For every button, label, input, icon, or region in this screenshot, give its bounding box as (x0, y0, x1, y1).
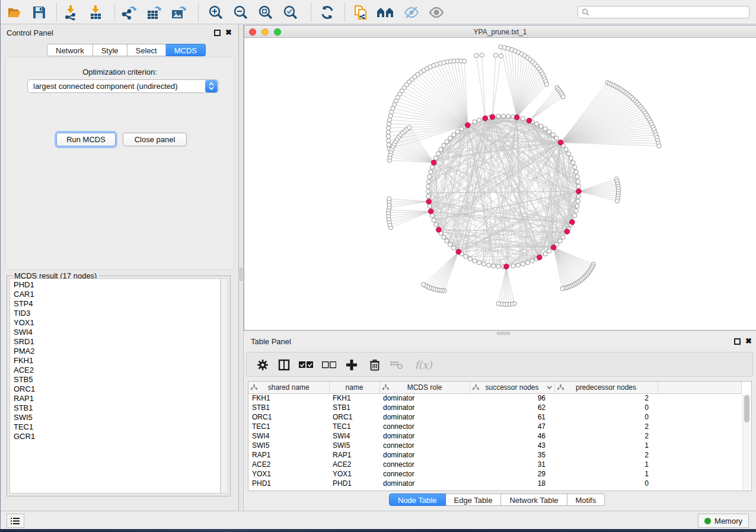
table-row[interactable]: SWI5SWI5connector431 (248, 441, 742, 450)
table-row[interactable]: YOX1YOX1connector291 (248, 469, 742, 479)
table-cell[interactable]: SWI5 (329, 441, 379, 450)
table-cell[interactable]: dominator (379, 403, 470, 412)
select-all-button[interactable] (297, 356, 315, 374)
column-header-mcds-role[interactable]: MCDS role (379, 382, 470, 393)
delete-row-button[interactable] (366, 356, 384, 374)
table-scrollbar-thumb[interactable] (744, 395, 749, 422)
table-cell[interactable]: 47 (470, 422, 554, 431)
table-cell[interactable]: SWI4 (248, 431, 329, 441)
table-cell[interactable]: 18 (470, 479, 554, 488)
tab-edge-table[interactable]: Edge Table (446, 493, 502, 506)
vertical-splitter[interactable] (239, 24, 244, 511)
table-row[interactable]: PHD1PHD1dominator180 (248, 479, 742, 488)
mcds-result-item[interactable]: TID3 (14, 309, 220, 318)
table-cell[interactable]: SWI5 (248, 441, 329, 450)
mcds-result-item[interactable]: GCR1 (14, 432, 220, 441)
table-cell[interactable]: 61 (470, 412, 554, 422)
add-row-button[interactable] (343, 356, 361, 374)
table-cell[interactable]: 2 (554, 431, 658, 441)
close-panel-button[interactable]: ✖ (225, 28, 232, 37)
table-cell[interactable]: dominator (379, 450, 470, 460)
mcds-result-scrollbar[interactable] (221, 278, 228, 493)
tab-motifs[interactable]: Motifs (567, 493, 605, 506)
mcds-result-item[interactable]: PHD1 (14, 280, 220, 290)
panels-menu-button[interactable] (7, 514, 24, 528)
tab-select[interactable]: Select (127, 44, 166, 56)
mcds-result-item[interactable]: SWI4 (14, 328, 220, 337)
table-row[interactable]: SWI4SWI4dominator462 (248, 431, 742, 441)
hide-selected-button[interactable] (403, 4, 420, 21)
table-row[interactable]: FKH1FKH1dominator962 (248, 393, 742, 403)
table-cell[interactable]: ACE2 (329, 460, 379, 469)
mcds-result-item[interactable]: STB1 (14, 403, 220, 413)
table-cell[interactable]: 43 (470, 441, 554, 450)
table-cell[interactable]: 1 (554, 469, 658, 479)
mcds-result-item[interactable]: TEC1 (14, 422, 220, 432)
table-cell[interactable]: PHD1 (329, 479, 379, 488)
table-cell[interactable]: PHD1 (248, 479, 329, 488)
save-session-button[interactable] (30, 4, 48, 21)
mcds-result-item[interactable]: PMA2 (14, 347, 220, 356)
tab-node-table[interactable]: Node Table (389, 493, 446, 506)
mcds-result-item[interactable]: ORC1 (14, 384, 220, 394)
table-cell[interactable]: RAP1 (248, 450, 329, 460)
run-mcds-button[interactable]: Run MCDS (56, 133, 116, 146)
column-header-name[interactable]: name (329, 382, 379, 393)
search-input[interactable] (592, 8, 745, 17)
import-network-button[interactable] (62, 4, 80, 21)
mcds-result-item[interactable]: STP4 (14, 299, 220, 309)
table-cell[interactable]: 1 (554, 460, 658, 469)
zoom-out-button[interactable] (232, 4, 250, 21)
delete-table-button[interactable] (388, 356, 406, 374)
table-row[interactable]: ACE2ACE2connector311 (248, 460, 742, 469)
table-cell[interactable]: STB1 (329, 403, 379, 412)
table-cell[interactable]: 2 (554, 450, 658, 460)
close-mcds-panel-button[interactable]: Close panel (123, 133, 187, 146)
column-header-successor-nodes[interactable]: successor nodes (470, 382, 554, 393)
table-scrollbar[interactable] (742, 394, 751, 490)
table-cell[interactable]: TEC1 (329, 422, 379, 431)
mcds-result-item[interactable]: STB5 (14, 375, 220, 384)
table-cell[interactable]: 35 (470, 450, 554, 460)
table-cell[interactable]: dominator (379, 431, 470, 441)
mcds-result-item[interactable]: RAP1 (14, 394, 220, 403)
close-panel-button[interactable]: ✖ (745, 336, 752, 345)
tab-network[interactable]: Network (47, 44, 93, 56)
function-builder-button[interactable]: f(x) (412, 356, 435, 374)
refresh-button[interactable] (318, 4, 336, 21)
zoom-fit-button[interactable] (257, 4, 275, 21)
mcds-result-item[interactable]: ACE2 (14, 366, 220, 375)
export-network-button[interactable] (120, 4, 138, 21)
table-cell[interactable]: 46 (470, 431, 554, 441)
zoom-selected-button[interactable] (282, 4, 299, 21)
table-cell[interactable]: connector (379, 441, 470, 450)
column-header-shared-name[interactable]: shared name (248, 382, 329, 393)
table-row[interactable]: TEC1TEC1connector472 (248, 422, 742, 431)
table-cell[interactable]: TEC1 (248, 422, 329, 431)
table-cell[interactable]: connector (379, 469, 470, 479)
table-cell[interactable]: 62 (470, 403, 554, 412)
show-all-button[interactable] (428, 4, 445, 21)
network-titlebar[interactable]: YPA_prune.txt_1 (244, 25, 756, 38)
table-cell[interactable]: connector (379, 460, 470, 469)
table-cell[interactable]: SWI4 (329, 431, 379, 441)
search-field[interactable] (578, 6, 749, 18)
splitter-grip[interactable] (240, 268, 243, 281)
mcds-result-item[interactable]: SRD1 (14, 337, 220, 347)
copy-current-style-button[interactable] (352, 4, 369, 21)
horizontal-splitter[interactable] (244, 331, 756, 336)
mcds-result-item[interactable]: SWI5 (14, 413, 220, 422)
export-image-button[interactable] (170, 4, 188, 21)
table-cell[interactable]: ORC1 (248, 412, 329, 422)
table-cell[interactable]: RAP1 (329, 450, 379, 460)
table-cell[interactable]: YOX1 (248, 469, 329, 479)
table-cell[interactable]: 0 (554, 403, 658, 412)
table-cell[interactable]: ORC1 (329, 412, 379, 422)
mcds-result-list[interactable]: PHD1CAR1STP4TID3YOX1SWI4SRD1PMA2FKH1ACE2… (9, 278, 221, 493)
table-cell[interactable]: dominator (379, 393, 470, 403)
show-columns-button[interactable] (275, 356, 293, 374)
mcds-result-item[interactable]: FKH1 (14, 356, 220, 366)
memory-button[interactable]: Memory (698, 514, 749, 528)
table-cell[interactable]: 0 (554, 479, 658, 488)
table-cell[interactable]: 29 (470, 469, 554, 479)
